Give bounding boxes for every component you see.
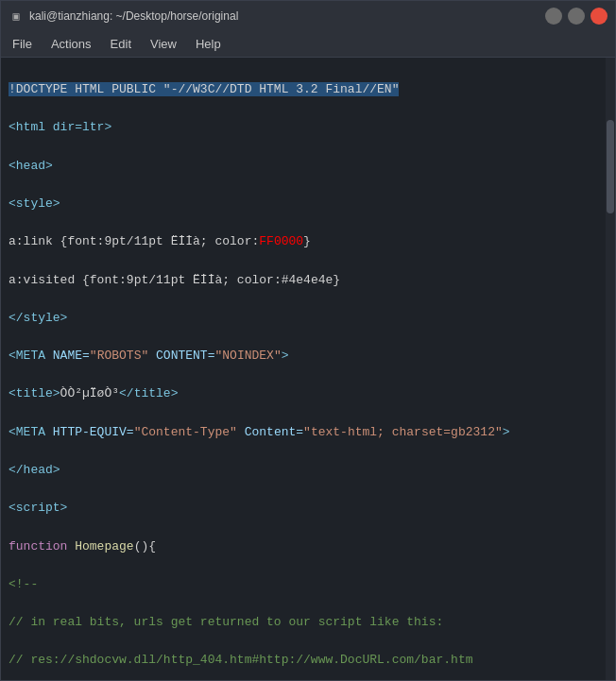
window-icon: ▣ <box>9 9 24 24</box>
doctype-line: !DOCTYPE HTML PUBLIC "-//W3C//DTD HTML 3… <box>9 82 399 96</box>
line-10: <META HTTP-EQUIV="Content-Type" Content=… <box>9 423 607 442</box>
menu-view[interactable]: View <box>143 34 184 54</box>
window-title: kali@tianzhiang: ~/Desktop/horse/origina… <box>29 9 238 23</box>
menu-bar: File Actions Edit View Help <box>1 31 615 58</box>
line-8: <META NAME="ROBOTS" CONTENT="NOINDEX"> <box>9 347 607 366</box>
code-editor[interactable]: !DOCTYPE HTML PUBLIC "-//W3C//DTD HTML 3… <box>1 58 615 680</box>
minimize-button[interactable] <box>545 8 562 25</box>
scrollbar[interactable] <box>606 58 615 680</box>
menu-actions[interactable]: Actions <box>43 34 99 54</box>
line-7: </style> <box>9 309 607 328</box>
line-16: // res://shdocvw.dll/http_404.htm#http:/… <box>9 651 607 670</box>
menu-help[interactable]: Help <box>188 34 229 54</box>
scrollbar-thumb[interactable] <box>607 120 614 213</box>
line-2: <html dir=ltr> <box>9 118 607 137</box>
close-button[interactable] <box>590 8 607 25</box>
title-bar-controls <box>545 8 607 25</box>
line-15: // in real bits, urls get returned to ou… <box>9 613 607 632</box>
code-content: !DOCTYPE HTML PUBLIC "-//W3C//DTD HTML 3… <box>1 61 615 680</box>
title-bar: ▣ kali@tianzhiang: ~/Desktop/horse/origi… <box>1 1 615 31</box>
line-13: function Homepage(){ <box>9 537 607 556</box>
line-14: <!-- <box>9 575 607 594</box>
line-11: </head> <box>9 461 607 480</box>
line-4: <style> <box>9 195 607 213</box>
line-12: <script> <box>9 499 607 518</box>
line-6: a:visited {font:9pt/11pt Ëİİà; color:#4e… <box>9 271 607 290</box>
line-5: a:link {font:9pt/11pt Ëİİà; color:FF0000… <box>9 232 607 251</box>
line-1: !DOCTYPE HTML PUBLIC "-//W3C//DTD HTML 3… <box>9 80 607 99</box>
line-9: <title>ÒÒ²µÏøÒ³</title> <box>9 384 607 403</box>
maximize-button[interactable] <box>568 8 585 25</box>
title-bar-left: ▣ kali@tianzhiang: ~/Desktop/horse/origi… <box>9 9 238 24</box>
menu-file[interactable]: File <box>5 34 40 54</box>
menu-edit[interactable]: Edit <box>103 34 139 54</box>
main-window: ▣ kali@tianzhiang: ~/Desktop/horse/origi… <box>0 0 616 681</box>
line-3: <head> <box>9 157 607 176</box>
